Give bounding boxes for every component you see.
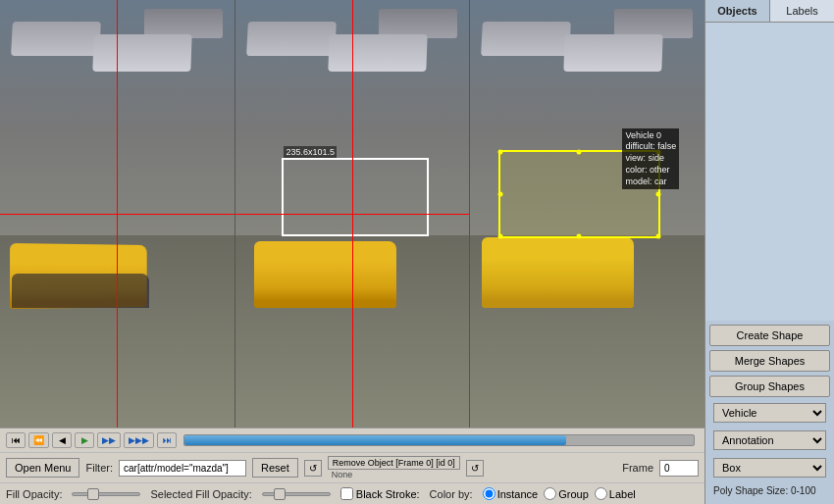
frame-label: Frame bbox=[622, 462, 653, 474]
label-radio-option[interactable]: Label bbox=[595, 487, 636, 500]
create-shape-button[interactable]: Create Shape bbox=[709, 325, 830, 346]
fill-opacity-label: Fill Opacity: bbox=[6, 488, 62, 500]
selected-fill-opacity-slider[interactable] bbox=[262, 492, 331, 496]
tab-objects[interactable]: Objects bbox=[705, 0, 770, 22]
filter-label: Filter: bbox=[85, 462, 113, 474]
box-dropdown[interactable]: Box bbox=[713, 458, 826, 478]
annotation-dropdown[interactable]: Annotation bbox=[713, 430, 826, 450]
annotation-size-label: 235.6x101.5 bbox=[284, 146, 337, 158]
transport-bar: ⏮ ⏪ ◀ ▶ ▶▶ ▶▶▶ ⏭ bbox=[0, 428, 704, 453]
corner-dot-tl[interactable] bbox=[497, 149, 502, 154]
poly-size-label: Poly Shape Size: 0-100 bbox=[709, 483, 830, 500]
black-stroke-label: Black Stroke: bbox=[340, 487, 420, 500]
annotation-dropdown-row: Annotation bbox=[709, 428, 830, 452]
label-radio[interactable] bbox=[595, 487, 607, 500]
color-by-label: Color by: bbox=[430, 488, 473, 500]
vehicle-dropdown-row: Vehicle bbox=[709, 401, 830, 425]
corner-dot-ml[interactable] bbox=[497, 191, 502, 196]
frame-3[interactable]: Vehicle 0 difficult: false view: side co… bbox=[470, 0, 704, 428]
remove-obj-sub: None bbox=[328, 470, 460, 479]
vehicle-dropdown[interactable]: Vehicle bbox=[713, 403, 826, 423]
corner-dot-tm[interactable] bbox=[577, 149, 582, 154]
fast-forward-btn[interactable]: ▶▶▶ bbox=[124, 432, 154, 448]
frame-2[interactable]: 235.6x101.5 bbox=[235, 0, 471, 428]
filter-input[interactable] bbox=[119, 460, 246, 477]
color-by-radio-group: Instance Group Label bbox=[483, 487, 636, 500]
open-menu-button[interactable]: Open Menu bbox=[6, 458, 79, 478]
group-shapes-button[interactable]: Group Shapes bbox=[709, 376, 830, 397]
crosshair-vertical-2 bbox=[352, 0, 353, 428]
rewind-fast-btn[interactable]: ⏪ bbox=[28, 432, 49, 448]
rewind-btn[interactable]: ◀ bbox=[52, 432, 72, 448]
refresh-icon-2[interactable]: ↺ bbox=[466, 460, 484, 477]
merge-shapes-button[interactable]: Merge Shapes bbox=[709, 350, 830, 372]
group-radio-option[interactable]: Group bbox=[544, 487, 589, 500]
instance-radio[interactable] bbox=[483, 487, 495, 500]
bottom-controls: ⏮ ⏪ ◀ ▶ ▶▶ ▶▶▶ ⏭ Open Menu Filter: Reset… bbox=[0, 428, 704, 504]
frame-input[interactable] bbox=[659, 460, 699, 477]
tab-bar: Objects Labels bbox=[705, 0, 834, 23]
right-panel: Objects Labels Create Shape Merge Shapes… bbox=[704, 0, 834, 504]
corner-dot-bl[interactable] bbox=[497, 233, 502, 238]
box-dropdown-row: Box bbox=[709, 456, 830, 479]
corner-dot-br[interactable] bbox=[655, 233, 660, 238]
selected-fill-opacity-label: Selected Fill Opacity: bbox=[150, 488, 251, 500]
reset-button[interactable]: Reset bbox=[252, 458, 298, 478]
skip-to-end-btn[interactable]: ⏭ bbox=[157, 432, 177, 448]
frame-1[interactable] bbox=[0, 0, 235, 428]
corner-dot-mr[interactable] bbox=[655, 191, 660, 196]
tab-labels[interactable]: Labels bbox=[770, 0, 834, 22]
forward-btn[interactable]: ▶▶ bbox=[97, 432, 121, 448]
corner-dot-bm[interactable] bbox=[577, 233, 582, 238]
video-area: 235.6x101.5 bbox=[0, 0, 704, 504]
instance-radio-option[interactable]: Instance bbox=[483, 487, 539, 500]
remove-object-button[interactable]: Remove Object [Frame 0] [id 0] bbox=[328, 456, 460, 470]
frames-container: 235.6x101.5 bbox=[0, 0, 704, 428]
reload-icon[interactable]: ↺ bbox=[304, 460, 322, 477]
progress-bar[interactable] bbox=[183, 434, 695, 446]
play-btn[interactable]: ▶ bbox=[75, 432, 94, 448]
crosshair-vertical-1 bbox=[117, 0, 118, 428]
fill-opacity-slider[interactable] bbox=[72, 492, 140, 496]
panel-content bbox=[705, 23, 834, 321]
panel-buttons: Create Shape Merge Shapes Group Shapes V… bbox=[705, 321, 834, 504]
skip-to-start-btn[interactable]: ⏮ bbox=[6, 432, 26, 448]
group-radio[interactable] bbox=[544, 487, 556, 500]
action-bar: Open Menu Filter: Reset ↺ Remove Object … bbox=[0, 453, 704, 483]
properties-bar: Fill Opacity: Selected Fill Opacity: Bla… bbox=[0, 483, 704, 504]
vehicle-annotation-label: Vehicle 0 difficult: false view: side co… bbox=[622, 128, 679, 189]
progress-fill bbox=[184, 435, 566, 445]
black-stroke-checkbox[interactable] bbox=[340, 487, 353, 500]
